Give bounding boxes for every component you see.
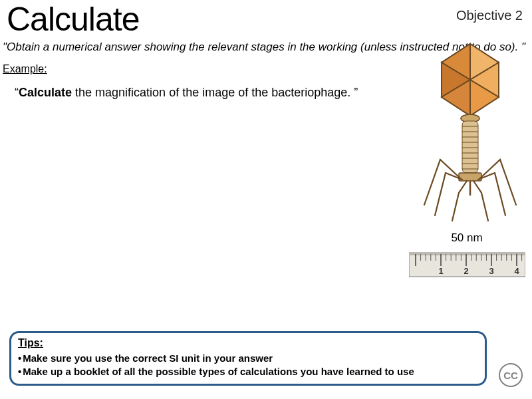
- tips-item-2: •Make up a booklet of all the possible t…: [18, 365, 478, 378]
- ruler-num-3: 3: [489, 266, 493, 276]
- bacteriophage-icon: [420, 40, 520, 226]
- scale-bar-label: 50 nm: [434, 231, 500, 245]
- ruler-num-1: 1: [438, 266, 443, 276]
- bullet-icon: •: [18, 366, 21, 377]
- example-rest: the magnification of the image of the ba…: [72, 86, 358, 99]
- svg-rect-8: [462, 121, 478, 173]
- tips-item-2-text: Make up a booklet of all the possible ty…: [23, 366, 414, 377]
- bullet-icon: •: [18, 352, 21, 364]
- tips-heading: Tips:: [18, 337, 478, 349]
- tips-item-1-text: Make sure you use the correct SI unit in…: [23, 352, 273, 364]
- bacteriophage-figure: [420, 40, 520, 229]
- cc-license-badge: CC: [499, 363, 523, 387]
- tips-box: Tips: •Make sure you use the correct SI …: [9, 331, 487, 386]
- slide-header: Calculate Objective 2: [0, 0, 532, 39]
- objective-label: Objective 2: [456, 8, 525, 23]
- ruler-num-2: 2: [464, 266, 468, 276]
- cc-label: CC: [503, 370, 518, 381]
- example-keyword: Calculate: [19, 86, 72, 99]
- tips-item-1: •Make sure you use the correct SI unit i…: [18, 352, 478, 365]
- ruler-num-4: 4: [514, 266, 519, 276]
- page-title: Calculate: [7, 0, 139, 39]
- tips-list: •Make sure you use the correct SI unit i…: [18, 352, 478, 379]
- ruler-figure: 1 2 3 4: [409, 249, 525, 283]
- svg-rect-21: [409, 253, 525, 255]
- ruler-icon: 1 2 3 4: [409, 249, 525, 281]
